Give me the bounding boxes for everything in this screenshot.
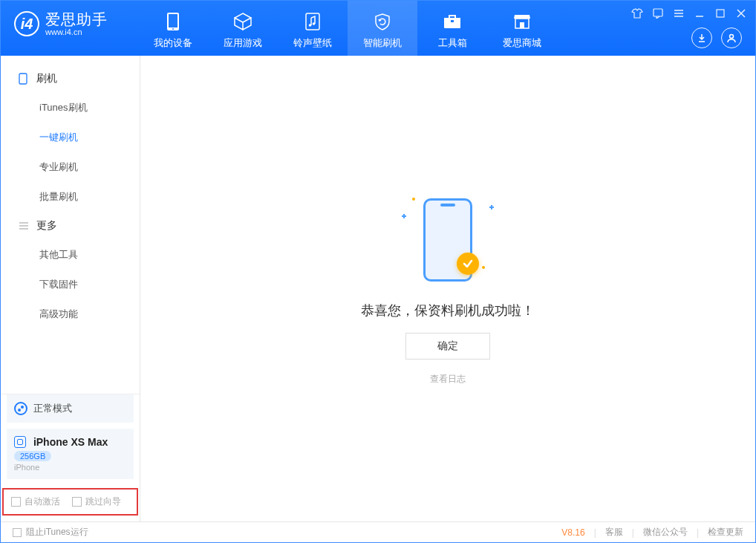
- checkbox-label: 跳过向导: [85, 495, 121, 508]
- hamburger-icon: [19, 221, 30, 230]
- section-title: 更多: [36, 219, 57, 233]
- tab-toolbox[interactable]: 工具箱: [417, 1, 487, 56]
- app-title: 爱思助手: [45, 12, 108, 27]
- content-area: 恭喜您，保资料刷机成功啦！ 确定 查看日志: [140, 56, 755, 521]
- phone-icon: [163, 11, 183, 32]
- feedback-icon[interactable]: [650, 5, 666, 22]
- sidebar-item-batch-flash[interactable]: 批量刷机: [1, 182, 140, 212]
- checkbox-label: 自动激活: [25, 495, 60, 508]
- svg-rect-11: [654, 9, 662, 16]
- app-header: i4 爱思助手 www.i4.cn 我的设备 应用游戏 铃声壁纸: [1, 1, 755, 56]
- header-action-buttons: [691, 27, 742, 48]
- sidebar-section-more: 更多: [1, 212, 140, 240]
- svg-point-19: [730, 35, 734, 39]
- success-illustration: [396, 192, 500, 288]
- sidebar-item-other-tools[interactable]: 其他工具: [1, 240, 140, 270]
- window-controls: [629, 5, 749, 22]
- svg-point-4: [309, 24, 312, 27]
- main-area: 刷机 iTunes刷机 一键刷机 专业刷机 批量刷机 更多 其他工具 下载固件 …: [1, 56, 755, 521]
- dot-icon: [412, 198, 415, 201]
- tab-label: 铃声壁纸: [293, 36, 332, 50]
- dot-icon: [482, 266, 485, 269]
- tab-store[interactable]: 爱思商城: [487, 1, 557, 56]
- mode-card[interactable]: 正常模式: [7, 394, 134, 423]
- sidebar: 刷机 iTunes刷机 一键刷机 专业刷机 批量刷机 更多 其他工具 下载固件 …: [1, 56, 140, 521]
- checkbox-block-itunes[interactable]: 阻止iTunes运行: [13, 526, 88, 539]
- tab-label: 工具箱: [438, 36, 467, 50]
- app-logo: i4 爱思助手 www.i4.cn: [1, 1, 138, 36]
- svg-rect-16: [717, 10, 724, 17]
- tab-apps-games[interactable]: 应用游戏: [208, 1, 278, 56]
- maximize-button[interactable]: [712, 5, 729, 22]
- device-card[interactable]: iPhone XS Max 256GB iPhone: [7, 429, 134, 479]
- sidebar-item-oneclick-flash[interactable]: 一键刷机: [1, 123, 140, 152]
- checkbox-box-icon: [13, 528, 22, 537]
- minimize-button[interactable]: [691, 5, 708, 22]
- svg-rect-20: [19, 74, 27, 84]
- svg-rect-3: [306, 13, 319, 30]
- checkbox-skip-wizard[interactable]: 跳过向导: [72, 495, 121, 508]
- section-title: 刷机: [36, 72, 57, 85]
- cube-icon: [232, 11, 253, 32]
- sidebar-section-flash: 刷机: [1, 65, 140, 93]
- sparkle-icon: [402, 214, 406, 218]
- tab-label: 智能刷机: [363, 36, 402, 50]
- checkmark-badge-icon: [457, 253, 479, 275]
- sidebar-bottom: 正常模式 iPhone XS Max 256GB iPhone 自动激活 跳过向…: [1, 394, 140, 521]
- app-subtitle: www.i4.cn: [45, 28, 108, 36]
- checkbox-box-icon: [11, 497, 21, 507]
- sidebar-item-pro-flash[interactable]: 专业刷机: [1, 152, 140, 182]
- tab-label: 应用游戏: [224, 36, 262, 50]
- close-button[interactable]: [733, 5, 749, 22]
- flash-options-highlight: 自动激活 跳过向导: [2, 488, 138, 516]
- tshirt-icon[interactable]: [629, 5, 645, 22]
- tab-ringtones-wallpapers[interactable]: 铃声壁纸: [278, 1, 348, 56]
- tab-my-device[interactable]: 我的设备: [138, 1, 208, 56]
- device-icon: [14, 436, 26, 448]
- menu-icon[interactable]: [671, 5, 687, 22]
- device-type: iPhone: [14, 463, 126, 472]
- mode-icon: [14, 402, 27, 415]
- phone-outline-icon: [19, 73, 30, 85]
- device-capacity: 256GB: [14, 451, 51, 461]
- tab-label: 我的设备: [154, 36, 192, 50]
- tab-smart-flash[interactable]: 智能刷机: [348, 1, 417, 56]
- footer-link-wechat[interactable]: 微信公众号: [643, 526, 688, 539]
- store-icon: [512, 11, 532, 32]
- svg-point-2: [172, 28, 174, 30]
- svg-rect-8: [451, 20, 454, 22]
- sidebar-item-download-firmware[interactable]: 下载固件: [1, 270, 140, 299]
- footer-link-support[interactable]: 客服: [605, 526, 623, 539]
- download-button[interactable]: [691, 27, 712, 48]
- version-label: V8.16: [561, 527, 584, 538]
- briefcase-icon: [442, 11, 463, 32]
- svg-rect-1: [169, 14, 177, 27]
- footer-link-update[interactable]: 检查更新: [708, 526, 743, 539]
- user-button[interactable]: [721, 27, 742, 48]
- music-note-icon: [302, 11, 323, 32]
- svg-rect-10: [520, 22, 524, 28]
- sidebar-top: 刷机 iTunes刷机 一键刷机 专业刷机 批量刷机 更多 其他工具 下载固件 …: [1, 65, 140, 329]
- footer: 阻止iTunes运行 V8.16 | 客服 | 微信公众号 | 检查更新: [1, 521, 755, 542]
- sidebar-item-itunes-flash[interactable]: iTunes刷机: [1, 93, 140, 123]
- checkbox-label: 阻止iTunes运行: [26, 526, 88, 539]
- confirm-button[interactable]: 确定: [405, 333, 490, 360]
- sparkle-icon: [489, 205, 494, 209]
- mode-label: 正常模式: [33, 402, 72, 415]
- checkbox-auto-activate[interactable]: 自动激活: [11, 495, 60, 508]
- checkbox-box-icon: [72, 497, 82, 507]
- device-name: iPhone XS Max: [33, 436, 108, 448]
- nav-tabs: 我的设备 应用游戏 铃声壁纸 智能刷机 工具箱: [138, 1, 557, 56]
- tab-label: 爱思商城: [503, 36, 541, 50]
- view-log-link[interactable]: 查看日志: [430, 373, 466, 386]
- sidebar-item-advanced[interactable]: 高级功能: [1, 299, 140, 329]
- svg-point-5: [313, 22, 316, 25]
- logo-icon: i4: [14, 11, 39, 36]
- success-message: 恭喜您，保资料刷机成功啦！: [361, 302, 535, 319]
- footer-right: V8.16 | 客服 | 微信公众号 | 检查更新: [561, 526, 743, 539]
- refresh-shield-icon: [372, 11, 393, 32]
